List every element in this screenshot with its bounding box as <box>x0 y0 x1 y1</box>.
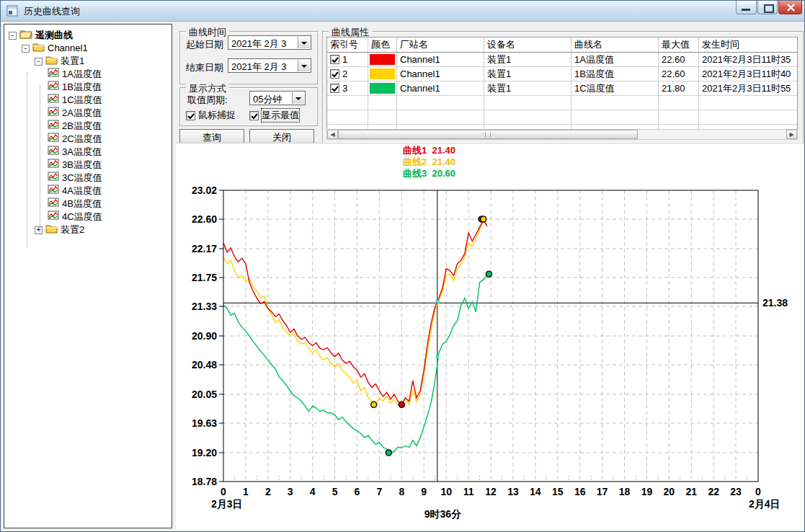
svg-text:6: 6 <box>355 486 360 497</box>
close-button[interactable] <box>778 1 802 14</box>
scrollbar-thumb[interactable] <box>338 130 638 139</box>
tree-leaf-curve[interactable]: 2C温度值 <box>4 133 172 146</box>
svg-text:5: 5 <box>332 486 338 497</box>
tree-node-channel[interactable]: - Channel1 <box>4 42 172 55</box>
curve-icon <box>48 94 59 107</box>
tree-leaf-curve[interactable]: 1A温度值 <box>4 68 172 81</box>
svg-text:20.48: 20.48 <box>192 359 217 371</box>
curve-icon <box>48 172 59 185</box>
end-date-select[interactable]: 2021年 2月 3 <box>228 58 311 73</box>
tree-leaf-curve[interactable]: 2B温度值 <box>4 120 172 133</box>
scroll-right-icon[interactable]: ▶ <box>786 130 797 139</box>
svg-text:2: 2 <box>265 486 271 497</box>
tree-leaf-curve[interactable]: 3C温度值 <box>4 172 172 185</box>
period-select[interactable]: 05分钟 <box>249 91 306 105</box>
tree-guide <box>40 85 40 234</box>
collapse-icon[interactable]: - <box>22 45 30 53</box>
collapse-icon[interactable]: - <box>9 32 17 40</box>
header-max: 最大值 <box>659 37 699 52</box>
svg-text:22.17: 22.17 <box>192 243 217 254</box>
mouse-capture-label: 鼠标捕捉 <box>198 109 236 122</box>
tree-leaf-label: 3C温度值 <box>62 172 102 185</box>
tree-leaf-curve[interactable]: 1B温度值 <box>4 81 172 94</box>
tree-root-label: 遥测曲线 <box>35 29 73 42</box>
svg-text:16: 16 <box>574 486 586 497</box>
tree-leaf-label: 1A温度值 <box>62 68 102 81</box>
row-checkbox[interactable] <box>330 69 339 79</box>
curve-icon <box>48 210 59 223</box>
row-curve: 1C温度值 <box>571 81 659 95</box>
close-icon <box>779 1 803 14</box>
checkbox-checked-icon[interactable] <box>249 111 259 120</box>
tree-leaf-label: 2A温度值 <box>62 107 102 120</box>
header-station: 厂站名 <box>397 37 484 52</box>
tree-leaf-curve[interactable]: 1C温度值 <box>4 94 172 107</box>
chart-legend: 曲线1 21.40 曲线2 21.40 曲线3 20.60 <box>403 145 455 179</box>
svg-text:17: 17 <box>597 486 608 497</box>
collapse-icon[interactable]: - <box>35 58 43 66</box>
curve-icon <box>48 146 59 159</box>
curve-time-group: 曲线时间 起始日期 2021年 2月 3 结束日期 2021年 2月 3 <box>179 31 318 84</box>
chevron-down-icon[interactable] <box>298 60 310 71</box>
table-row[interactable]: 3 Channel1 装置1 1C温度值 21.80 2021年2月3日11时5… <box>327 81 797 96</box>
svg-text:12: 12 <box>485 486 497 497</box>
titlebar: 历史曲线查询 <box>1 1 804 22</box>
svg-text:21.75: 21.75 <box>192 272 217 283</box>
curve-icon <box>48 133 59 146</box>
header-curve: 曲线名 <box>571 37 659 52</box>
tree-leaf-curve[interactable]: 4A温度值 <box>4 185 172 198</box>
table-row[interactable]: 1 Channel1 装置1 1A温度值 22.60 2021年2月3日11时3… <box>327 53 797 67</box>
color-swatch <box>370 83 395 94</box>
svg-text:23.02: 23.02 <box>192 185 217 196</box>
header-device: 设备名 <box>484 37 571 52</box>
svg-text:9时36分: 9时36分 <box>424 508 461 520</box>
show-extremes-label: 显示最值 <box>262 109 299 122</box>
tree-node-label: Channel1 <box>48 42 88 55</box>
folder-icon <box>45 55 58 68</box>
tree-node-root[interactable]: - 遥测曲线 <box>4 29 172 42</box>
mouse-capture-checkbox[interactable]: 鼠标捕捉 <box>186 109 236 122</box>
curve-icon <box>48 198 59 210</box>
tree-leaf-curve[interactable]: 2A温度值 <box>4 107 172 120</box>
show-extremes-checkbox[interactable]: 显示最值 <box>249 109 299 122</box>
curve-icon <box>48 81 59 94</box>
svg-text:4: 4 <box>310 486 316 497</box>
curve-time-group-title: 曲线时间 <box>186 26 229 39</box>
tree-node-device2[interactable]: + 装置2 <box>4 223 172 236</box>
start-date-select[interactable]: 2021年 2月 3 <box>228 35 311 50</box>
svg-text:19.63: 19.63 <box>192 417 217 429</box>
row-checkbox[interactable] <box>330 55 339 64</box>
folder-icon <box>32 42 45 56</box>
scroll-left-icon[interactable]: ◀ <box>327 130 338 139</box>
curve-icon <box>48 107 59 120</box>
expand-icon[interactable]: + <box>35 226 43 234</box>
svg-text:13: 13 <box>507 486 519 497</box>
tree-leaf-curve[interactable]: 3B温度值 <box>4 159 172 172</box>
chevron-down-icon[interactable] <box>292 92 304 104</box>
svg-text:23: 23 <box>730 486 742 497</box>
svg-text:21.38: 21.38 <box>762 297 788 309</box>
row-checkbox[interactable] <box>330 84 339 93</box>
row-device: 装置1 <box>484 67 571 81</box>
table-row[interactable]: 2 Channel1 装置1 1B温度值 22.60 2021年2月3日11时4… <box>327 67 797 81</box>
tree-leaf-label: 4C温度值 <box>62 210 102 223</box>
checkbox-checked-icon[interactable] <box>186 111 195 120</box>
start-date-value: 2021年 2月 3 <box>231 37 287 50</box>
restore-button[interactable] <box>757 1 778 14</box>
svg-text:9: 9 <box>421 486 427 497</box>
tree-leaf-curve[interactable]: 4C温度值 <box>4 210 172 223</box>
tree-leaf-curve[interactable]: 3A温度值 <box>4 146 172 159</box>
tree-leaf-label: 3B温度值 <box>62 159 102 172</box>
table-hscrollbar[interactable]: ◀ ▶ <box>326 129 798 140</box>
tree-leaf-label: 4A温度值 <box>62 185 102 198</box>
chevron-down-icon[interactable] <box>298 37 310 48</box>
header-time: 发生时间 <box>699 37 797 52</box>
tree-leaf-curve[interactable]: 4B温度值 <box>4 198 172 210</box>
history-curve-chart[interactable]: 23.0222.6022.1721.7521.3320.9020.4820.05… <box>177 181 805 532</box>
restore-icon <box>764 4 774 13</box>
row-station: Channel1 <box>397 53 484 66</box>
tree-leaf-label: 1B温度值 <box>62 81 102 94</box>
minimize-button[interactable] <box>736 1 757 14</box>
tree-node-device1[interactable]: - 装置1 <box>4 55 172 68</box>
svg-text:21: 21 <box>685 486 697 497</box>
